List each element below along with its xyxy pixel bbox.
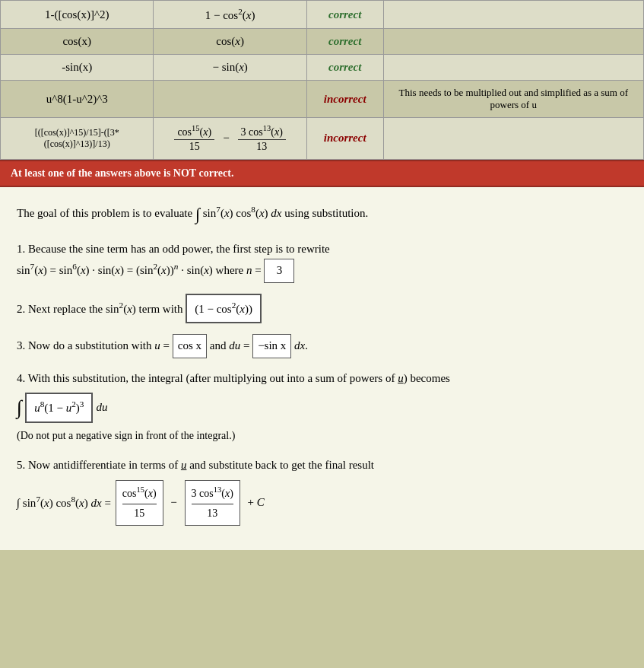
- cell-input-5: [([cos(x)]^15)/15]-([3*([cos(x)]^13)]/13…: [1, 118, 154, 160]
- cell-input-3: -sin(x): [1, 55, 154, 81]
- goal-prefix: The goal of this problem is to evaluate: [17, 207, 192, 219]
- cell-answer-3: − sin(x): [154, 55, 306, 81]
- step-4: 4. With this substitution, the integral …: [17, 369, 627, 446]
- step-1-box[interactable]: 3: [264, 259, 294, 283]
- cell-answer-1: 1 − cos2(x): [154, 1, 306, 29]
- fraction-2: 3 cos13(x) 13: [238, 124, 286, 153]
- fraction-1-numer: cos15(x): [174, 124, 214, 140]
- cell-answer-2: cos(x): [154, 29, 306, 55]
- input-text-5: [([cos(x)]^15)/15]-([3*([cos(x)]^13)]/13…: [35, 127, 119, 149]
- cell-feedback-4: This needs to be multiplied out and simp…: [383, 81, 643, 118]
- alert-text: At least one of the answers above is NOT…: [11, 167, 233, 179]
- goal-integral-sign: ∫: [195, 205, 200, 224]
- table-row: cos(x) cos(x) correct: [1, 29, 644, 55]
- result-box-2[interactable]: 3 cos13(x) 13: [185, 480, 240, 526]
- fraction-1-denom: 15: [186, 140, 203, 153]
- cell-input-1: 1-([cos(x)]^2): [1, 1, 154, 29]
- cell-answer-5: cos15(x) 15 − 3 cos13(x) 13: [154, 118, 306, 160]
- feedback-text-4: This needs to be multiplied out and simp…: [399, 87, 628, 110]
- input-text-4: u^8(1-u^2)^3: [46, 93, 108, 105]
- result-box-2-numer: 3 cos13(x): [192, 483, 233, 504]
- step-1-equation: sin7(x) = sin6(x) · sin(x) = (sin2(x))n …: [17, 264, 264, 276]
- cell-answer-4: [154, 81, 306, 118]
- status-label-4: incorrect: [324, 93, 366, 105]
- result-box-2-denom: 13: [207, 504, 217, 523]
- status-label-1: correct: [328, 8, 361, 21]
- table-row: u^8(1-u^2)^3 incorrect This needs to be …: [1, 81, 644, 118]
- main-content: The goal of this problem is to evaluate …: [0, 187, 644, 550]
- step-5-number: 5.: [17, 459, 25, 471]
- result-integral: ∫ sin7(x) cos8(x) dx =: [17, 492, 111, 514]
- fraction-1: cos15(x) 15: [174, 124, 214, 153]
- fraction-2-denom: 13: [253, 140, 270, 153]
- step-3-u-box[interactable]: cos x: [173, 334, 207, 358]
- cell-status-2: correct: [306, 29, 383, 55]
- step-1-number: 1.: [17, 243, 25, 255]
- step-4-note: (Do not put a negative sign in front of …: [17, 430, 235, 441]
- status-label-2: correct: [328, 35, 361, 47]
- step-3-number: 3.: [17, 339, 25, 351]
- step-2-box[interactable]: (1 − cos2(x)): [186, 294, 262, 324]
- answer-math-2: cos(x): [216, 35, 244, 47]
- cell-input-4: u^8(1-u^2)^3: [1, 81, 154, 118]
- result-minus: −: [168, 493, 180, 513]
- answer-math-1: 1 − cos2(x): [205, 9, 255, 21]
- cell-status-4: incorrect: [306, 81, 383, 118]
- cell-feedback-2: [383, 29, 643, 55]
- table-row: 1-([cos(x)]^2) 1 − cos2(x) correct: [1, 1, 644, 29]
- step-2: 2. Next replace the sin2(x) term with (1…: [17, 294, 627, 324]
- step-5-result: ∫ sin7(x) cos8(x) dx = cos15(x) 15 − 3 c…: [17, 480, 627, 526]
- status-label-3: correct: [328, 61, 361, 73]
- step-4-number: 4.: [17, 372, 25, 384]
- table-row: -sin(x) − sin(x) correct: [1, 55, 644, 81]
- result-box-1-numer: cos15(x): [122, 483, 157, 504]
- fraction-2-numer: 3 cos13(x): [238, 124, 286, 140]
- step-3-du-box[interactable]: −sin x: [252, 334, 291, 358]
- answer-math-5: cos15(x) 15 − 3 cos13(x) 13: [172, 124, 287, 153]
- alert-bar: At least one of the answers above is NOT…: [0, 160, 644, 187]
- step-1: 1. Because the sine term has an odd powe…: [17, 240, 627, 283]
- cell-feedback-3: [383, 55, 643, 81]
- cell-status-3: correct: [306, 55, 383, 81]
- cell-feedback-1: [383, 1, 643, 29]
- input-text-3: -sin(x): [62, 61, 92, 73]
- result-plus-c: + C: [245, 493, 265, 513]
- step-5: 5. Now antidifferentiate in terms of u a…: [17, 456, 627, 526]
- status-label-5: incorrect: [324, 132, 366, 144]
- cell-feedback-5: [383, 118, 643, 160]
- table-row: [([cos(x)]^15)/15]-([3*([cos(x)]^13)]/13…: [1, 118, 644, 160]
- step-2-number: 2.: [17, 303, 25, 315]
- answer-table: 1-([cos(x)]^2) 1 − cos2(x) correct cos(x…: [0, 0, 644, 160]
- answer-math-3: − sin(x): [212, 61, 247, 73]
- cell-status-1: correct: [306, 1, 383, 29]
- input-text-1: 1-([cos(x)]^2): [45, 8, 109, 21]
- cell-status-5: incorrect: [306, 118, 383, 160]
- integral-sign-4: ∫: [17, 398, 22, 418]
- result-box-1[interactable]: cos15(x) 15: [116, 480, 163, 526]
- input-text-2: cos(x): [62, 35, 91, 47]
- step-3: 3. Now do a substitution with u = cos x …: [17, 334, 627, 358]
- result-box-1-denom: 15: [134, 504, 144, 523]
- step-4-du: du: [96, 398, 107, 418]
- goal-paragraph: The goal of this problem is to evaluate …: [17, 201, 627, 227]
- step-4-box[interactable]: u8(1 − u2)3: [25, 393, 93, 423]
- cell-input-2: cos(x): [1, 29, 154, 55]
- step-4-integral: ∫ u8(1 − u2)3 du: [17, 393, 627, 423]
